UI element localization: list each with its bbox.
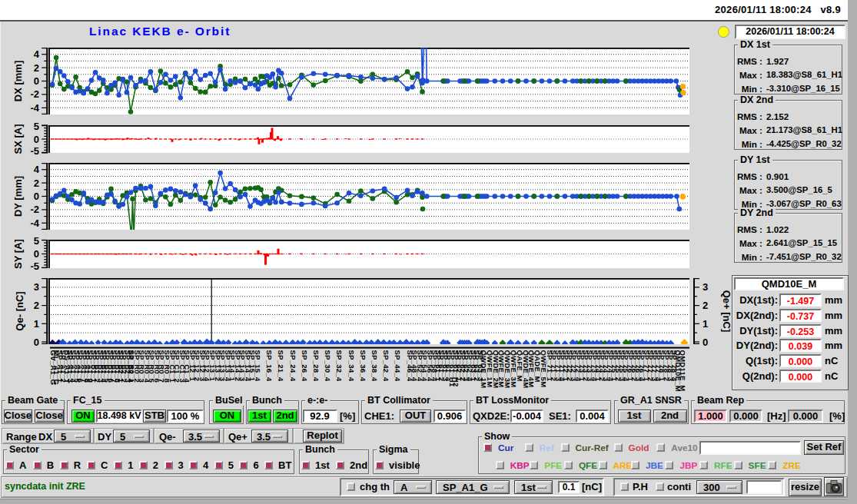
- svg-text:SP_24_4: SP_24_4: [289, 350, 297, 382]
- svg-text:-5: -5: [30, 260, 39, 272]
- svg-text:QMD11E_M: QMD11E_M: [679, 350, 687, 392]
- svg-text:2: 2: [34, 300, 39, 311]
- svg-text:SP_30_4: SP_30_4: [324, 350, 332, 382]
- svg-text:DX [mm]: DX [mm]: [12, 61, 24, 101]
- svg-text:0: 0: [34, 191, 39, 202]
- svg-text:1: 1: [703, 318, 708, 330]
- svg-text:-2: -2: [30, 204, 39, 215]
- svg-text:SY [A]: SY [A]: [12, 239, 24, 269]
- svg-text:-2: -2: [30, 88, 39, 100]
- svg-text:0: 0: [34, 75, 39, 87]
- svg-text:5: 5: [34, 235, 39, 247]
- svg-text:-4: -4: [30, 102, 39, 114]
- svg-text:1: 1: [34, 318, 39, 330]
- svg-text:Qe- [nC]: Qe- [nC]: [14, 291, 25, 330]
- svg-text:2: 2: [34, 177, 39, 189]
- svg-text:SP_42_4: SP_42_4: [382, 350, 390, 382]
- svg-text:0: 0: [34, 337, 39, 348]
- svg-text:3: 3: [34, 281, 39, 293]
- svg-text:SP_15_4: SP_15_4: [254, 350, 262, 382]
- svg-text:5: 5: [34, 121, 39, 132]
- svg-text:4: 4: [34, 48, 40, 60]
- svg-text:3: 3: [703, 281, 708, 293]
- svg-text:SP_34_4: SP_34_4: [347, 350, 356, 382]
- svg-text:SX [A]: SX [A]: [12, 124, 24, 154]
- svg-text:2: 2: [703, 300, 708, 311]
- svg-text:-5: -5: [30, 145, 39, 157]
- svg-text:SP_36_4: SP_36_4: [359, 350, 367, 382]
- svg-text:4: 4: [34, 164, 40, 175]
- svg-text:SP_32_4: SP_32_4: [335, 350, 344, 382]
- svg-text:2: 2: [34, 62, 39, 74]
- svg-text:SP_28_4: SP_28_4: [312, 350, 321, 382]
- svg-text:DY [mm]: DY [mm]: [12, 176, 24, 217]
- svg-text:0: 0: [34, 248, 39, 260]
- svg-text:SP_16_4: SP_16_4: [265, 350, 274, 382]
- svg-text:SP_21_4: SP_21_4: [277, 350, 285, 382]
- svg-text:SP_26_4: SP_26_4: [301, 350, 309, 382]
- svg-text:0: 0: [703, 337, 708, 348]
- svg-text:SP_44_4: SP_44_4: [394, 350, 402, 382]
- svg-text:-4: -4: [30, 217, 39, 229]
- svg-text:SP_38_4: SP_38_4: [370, 350, 379, 382]
- svg-text:0: 0: [34, 134, 39, 145]
